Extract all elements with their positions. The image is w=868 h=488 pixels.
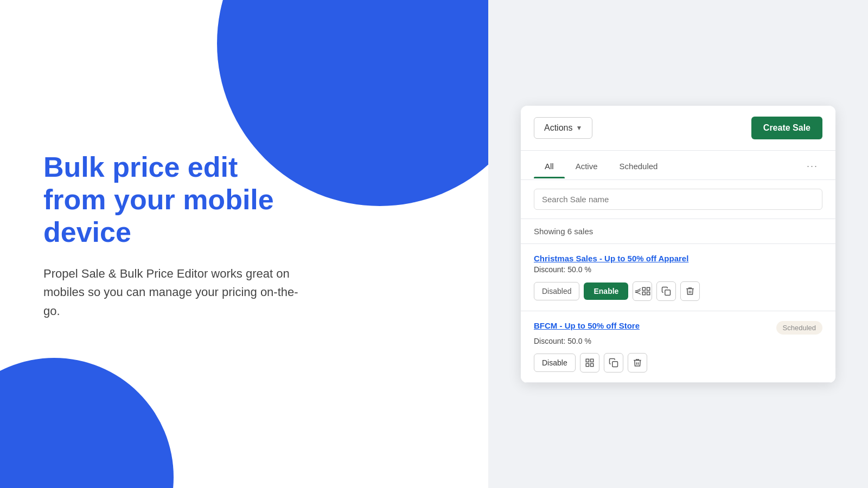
svg-rect-5 (586, 359, 589, 362)
create-sale-button[interactable]: Create Sale (751, 117, 822, 139)
tab-active[interactable]: Active (565, 152, 609, 178)
sale-name-link[interactable]: BFCM - Up to 50% off Store (534, 321, 640, 330)
copy-svg-icon (609, 358, 618, 368)
actions-button[interactable]: Actions ▼ (534, 117, 592, 139)
sale-item: Christmas Sales - Up to 50% off Apparel … (521, 244, 835, 311)
svg-rect-0 (642, 287, 645, 290)
sale-item: BFCM - Up to 50% off Store Scheduled Dis… (521, 311, 835, 383)
edit-svg-icon (585, 358, 595, 368)
sale-item-header: BFCM - Up to 50% off Store Scheduled (534, 321, 822, 335)
sale-actions: Disable (534, 353, 822, 373)
svg-rect-4 (665, 290, 671, 295)
trash-svg-icon (633, 358, 642, 368)
sale-discount: Discount: 50.0 % (534, 265, 822, 274)
svg-rect-7 (586, 363, 589, 366)
edit-icon: ⋞ (634, 286, 641, 296)
top-bar: Actions ▼ Create Sale (521, 106, 835, 151)
showing-count: Showing 6 sales (521, 219, 835, 244)
hero-title: Bulk price edit from your mobile device (43, 151, 304, 248)
sale-actions: Disabled Enable ⋞ (534, 281, 822, 301)
tab-scheduled[interactable]: Scheduled (609, 152, 669, 178)
chevron-down-icon: ▼ (576, 124, 582, 132)
sale-name-link[interactable]: Christmas Sales - Up to 50% off Apparel (534, 254, 688, 263)
svg-rect-1 (647, 287, 649, 290)
enable-button[interactable]: Enable (584, 282, 628, 300)
svg-rect-8 (590, 363, 593, 366)
disable-button[interactable]: Disable (534, 354, 576, 372)
svg-rect-2 (642, 292, 645, 294)
trash-svg-icon (685, 286, 695, 296)
copy-svg-icon (661, 286, 671, 296)
card-body[interactable]: All Active Scheduled ··· Showing 6 sales (521, 151, 835, 383)
decorative-circle-bottom (0, 358, 174, 488)
edit-svg-icon (641, 286, 651, 296)
edit-icon-button[interactable] (580, 353, 599, 373)
scheduled-badge: Scheduled (776, 321, 822, 335)
delete-icon-button[interactable] (680, 281, 700, 301)
delete-icon-button[interactable] (628, 353, 647, 373)
actions-label: Actions (544, 123, 572, 133)
tabs-bar: All Active Scheduled ··· (521, 151, 835, 180)
svg-rect-3 (647, 292, 649, 294)
tab-all[interactable]: All (534, 152, 565, 178)
copy-icon-button[interactable] (656, 281, 676, 301)
svg-rect-6 (590, 359, 593, 362)
svg-rect-9 (612, 361, 617, 367)
left-panel: Bulk price edit from your mobile device … (0, 0, 488, 488)
hero-subtitle: Propel Sale & Bulk Price Editor works gr… (43, 265, 304, 320)
edit-icon-button[interactable]: ⋞ (633, 281, 652, 301)
copy-icon-button[interactable] (604, 353, 623, 373)
search-input[interactable] (534, 189, 822, 210)
sale-discount: Discount: 50.0 % (534, 337, 822, 345)
disabled-button[interactable]: Disabled (534, 282, 579, 300)
right-panel: Actions ▼ Create Sale All Active Schedul… (488, 0, 868, 488)
app-card: Actions ▼ Create Sale All Active Schedul… (521, 106, 835, 383)
sale-item-header: Christmas Sales - Up to 50% off Apparel (534, 254, 822, 263)
hero-content: Bulk price edit from your mobile device … (43, 151, 304, 320)
tab-more-button[interactable]: ··· (802, 151, 822, 179)
search-section (521, 180, 835, 219)
